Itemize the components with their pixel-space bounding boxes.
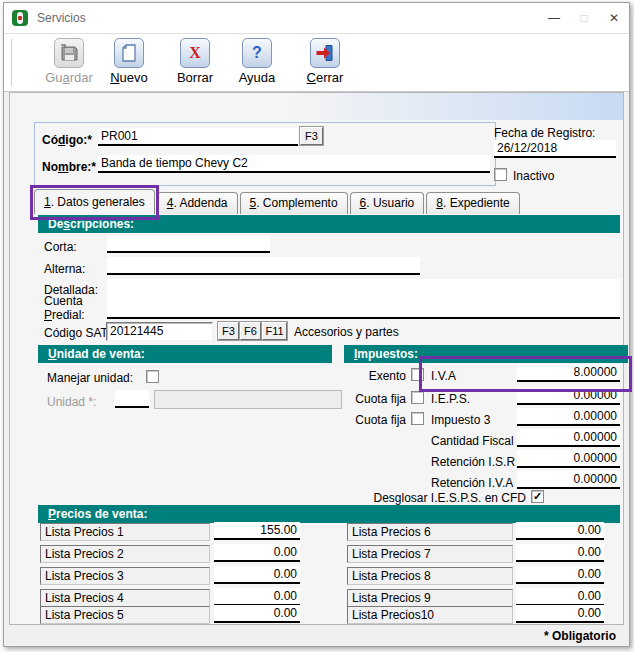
unidad-code-field[interactable] — [115, 390, 149, 408]
descripciones-header: Descripciones: — [38, 215, 620, 233]
retencion-isr-field[interactable]: 0.00000 — [517, 450, 620, 468]
nombre-label: Nombre:* — [42, 160, 96, 174]
tab-strip: 1. Datos generales 4. Addenda 5. Complem… — [34, 189, 522, 214]
lista-precios-2-field[interactable]: 0.00 — [214, 544, 300, 562]
check-icon: ✓ — [533, 490, 542, 502]
inactivo-checkbox[interactable] — [494, 168, 507, 181]
cuenta-label-line1: Cuenta — [44, 294, 83, 308]
desglosar-checkbox[interactable]: ✓ — [531, 490, 544, 503]
sat-f6-button[interactable]: F6 — [240, 322, 261, 340]
lista-precios-8-field[interactable]: 0.00 — [516, 566, 604, 584]
detallada-field[interactable] — [107, 279, 620, 301]
tab-expediente[interactable]: 8. Expediente — [426, 192, 519, 214]
lista-precios-3-field[interactable]: 0.00 — [214, 566, 300, 584]
impuestos-header: Impuestos: — [344, 345, 628, 363]
new-button[interactable]: Nuevo — [96, 38, 162, 85]
exento-checkbox[interactable] — [411, 368, 424, 381]
iva-label: I.V.A — [431, 369, 456, 383]
fecha-registro-field[interactable]: 26/12/2018 — [494, 140, 616, 158]
save-button[interactable]: Guardar — [36, 38, 102, 85]
minimize-icon: — — [548, 11, 560, 25]
sat-f11-button[interactable]: F11 — [262, 322, 287, 340]
corta-field[interactable] — [107, 235, 270, 253]
save-label: Guardar — [36, 70, 102, 85]
lista-precios-10-label: Lista Precios10 — [347, 606, 513, 624]
codigo-label: Código:* — [42, 133, 92, 147]
lista-precios-6-label: Lista Precios 6 — [347, 523, 513, 541]
codigo-sat-label: Código SAT: — [44, 326, 110, 340]
desglosar-label: Desglosar I.E.S.P.S. en CFD — [344, 491, 526, 505]
tab-complemento[interactable]: 5. Complemento — [240, 192, 348, 214]
cuota-fija-imp3-checkbox[interactable] — [411, 412, 424, 425]
maximize-icon: □ — [580, 11, 587, 25]
header-gradient — [10, 93, 623, 120]
lista-precios-10-field[interactable]: 0.00 — [516, 605, 604, 623]
lista-precios-4-label: Lista Precios 4 — [40, 589, 210, 607]
close-button[interactable]: ✕ — [599, 3, 629, 33]
maximize-button[interactable]: □ — [569, 3, 599, 33]
exento-label: Exento — [344, 369, 406, 383]
cuota-fija-imp3-label: Cuota fija — [344, 413, 406, 427]
help-button[interactable]: ? Ayuda — [224, 38, 290, 85]
tab-addenda[interactable]: 4. Addenda — [157, 192, 238, 214]
app-icon — [12, 10, 28, 26]
lista-precios-8-label: Lista Precios 8 — [347, 567, 513, 585]
tab-datos-generales[interactable]: 1. Datos generales — [34, 189, 155, 214]
lista-precios-3-label: Lista Precios 3 — [40, 567, 210, 585]
lista-precios-1-field[interactable]: 155.00 — [214, 522, 300, 540]
lista-precios-4-field[interactable]: 0.00 — [214, 588, 300, 606]
tab-usuario[interactable]: 6. Usuario — [350, 192, 425, 214]
delete-button[interactable]: X Borrar — [162, 38, 228, 85]
lista-precios-6-field[interactable]: 0.00 — [516, 522, 604, 540]
cantidad-fiscal-field[interactable]: 0.00000 — [517, 429, 620, 447]
lista-precios-5-label: Lista Precios 5 — [40, 606, 210, 624]
ieps-field[interactable]: 0.00000 — [517, 387, 620, 405]
form-panel: Código:* PR001 F3 Nombre:* Banda de tiem… — [9, 92, 624, 625]
impuesto3-label: Impuesto 3 — [431, 413, 490, 427]
delete-label: Borrar — [162, 70, 228, 85]
retencion-iva-field[interactable]: 0.00000 — [517, 471, 620, 489]
precios-venta-header: Precios de venta: — [38, 505, 620, 523]
manejar-unidad-label: Manejar unidad: — [47, 371, 133, 385]
toolbar: Guardar Nuevo X Borrar ? Ayuda Cerrar — [4, 34, 629, 92]
iva-field[interactable]: 8.00000 — [517, 364, 620, 382]
new-page-icon — [114, 38, 144, 68]
fecha-registro-label: Fecha de Registro: — [494, 126, 595, 140]
lista-precios-1-label: Lista Precios 1 — [40, 523, 210, 541]
minimize-button[interactable]: — — [539, 3, 569, 33]
cuota-fija-ieps-label: Cuota fija — [344, 392, 406, 406]
lista-precios-9-label: Lista Precios 9 — [347, 589, 513, 607]
close-window-label: Cerrar — [292, 70, 358, 85]
sat-description: Accesorios y partes — [294, 325, 399, 339]
ieps-label: I.E.P.S. — [431, 392, 470, 406]
lista-precios-7-label: Lista Precios 7 — [347, 545, 513, 563]
lista-precios-2-label: Lista Precios 2 — [40, 545, 210, 563]
window-title: Servicios — [37, 11, 86, 25]
required-note: * Obligatorio — [544, 629, 616, 643]
lista-precios-9-field[interactable]: 0.00 — [516, 588, 604, 606]
codigo-field[interactable]: PR001 — [98, 128, 298, 146]
unidad-venta-header: Unidad de venta: — [38, 345, 332, 363]
sat-f3-button[interactable]: F3 — [218, 322, 239, 340]
close-window-button[interactable]: Cerrar — [292, 38, 358, 85]
codigo-sat-field[interactable]: 20121445 — [106, 322, 213, 341]
new-label: Nuevo — [96, 70, 162, 85]
lista-precios-5-field[interactable]: 0.00 — [214, 605, 300, 623]
inactivo-label: Inactivo — [513, 169, 554, 183]
exit-door-icon — [310, 38, 340, 68]
alterna-label: Alterna: — [44, 262, 85, 276]
impuesto3-field[interactable]: 0.00000 — [517, 408, 620, 426]
cantidad-fiscal-label: Cantidad Fiscal — [431, 434, 514, 448]
unidad-name-field-disabled — [154, 390, 342, 409]
lista-precios-7-field[interactable]: 0.00 — [516, 544, 604, 562]
cuota-fija-ieps-checkbox[interactable] — [411, 391, 424, 404]
close-icon: ✕ — [609, 11, 619, 25]
alterna-field[interactable] — [107, 257, 420, 275]
corta-label: Corta: — [44, 240, 77, 254]
manejar-unidad-checkbox[interactable] — [146, 370, 159, 383]
cuenta-label-line2: Predial: — [44, 308, 85, 322]
nombre-field[interactable]: Banda de tiempo Chevy C2 — [98, 155, 490, 173]
codigo-f3-button[interactable]: F3 — [300, 127, 323, 145]
cuenta-predial-field[interactable] — [107, 301, 620, 319]
servicios-window: Servicios — □ ✕ Guardar Nuevo X Borrar ?… — [3, 2, 630, 647]
